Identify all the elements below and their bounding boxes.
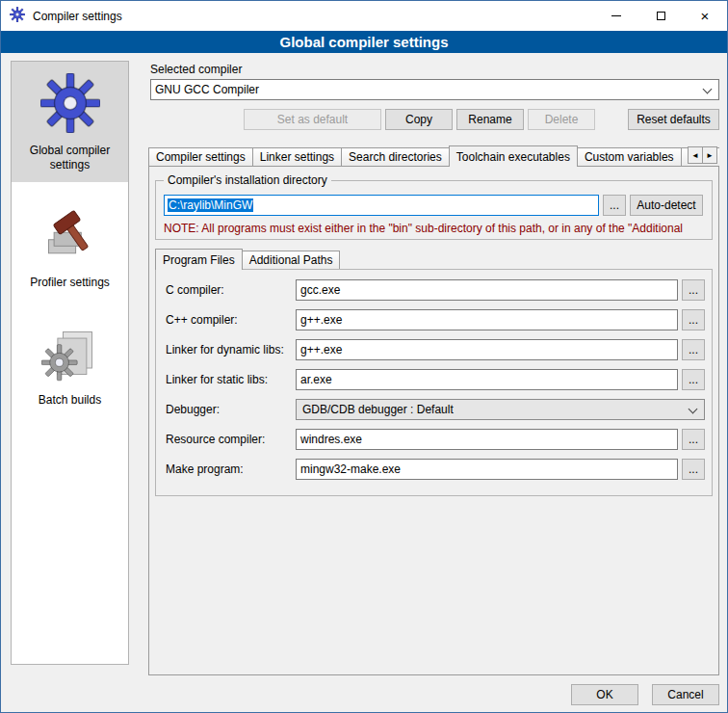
reset-defaults-button[interactable]: Reset defaults <box>628 109 719 130</box>
set-as-default-button: Set as default <box>244 109 381 130</box>
browse-button[interactable]: ... <box>682 429 705 450</box>
delete-button: Delete <box>528 109 595 130</box>
sidebar-item-profiler-settings[interactable]: Profiler settings <box>12 196 128 300</box>
tab-additional-paths[interactable]: Additional Paths <box>242 251 341 269</box>
tab-program-files[interactable]: Program Files <box>155 249 243 270</box>
selected-compiler-combobox[interactable]: GNU GCC Compiler <box>150 79 719 100</box>
tab-scroll-buttons: ◄ ► <box>689 146 717 164</box>
c-compiler-input[interactable]: gcc.exe <box>296 279 678 301</box>
field-row-make-program: Make program: mingw32-make.exe ... <box>166 459 705 480</box>
settings-tabbar: Compiler settings Linker settings Search… <box>148 145 719 167</box>
field-label: C compiler: <box>166 283 296 297</box>
field-label: Linker for dynamic libs: <box>166 343 296 356</box>
browse-button[interactable]: ... <box>682 309 705 330</box>
installation-directory-input[interactable]: C:\raylib\MinGW <box>164 195 599 216</box>
field-label: Linker for static libs: <box>166 373 296 386</box>
tab-linker-settings[interactable]: Linker settings <box>252 147 342 166</box>
copy-button[interactable]: Copy <box>385 109 453 130</box>
close-button[interactable]: × <box>683 1 727 31</box>
compiler-action-buttons: Set as default Copy Rename Delete Reset … <box>150 109 719 130</box>
cancel-button[interactable]: Cancel <box>652 684 719 705</box>
minimize-button[interactable] <box>594 1 638 31</box>
rename-button[interactable]: Rename <box>456 109 524 130</box>
minimize-icon <box>611 15 621 16</box>
chevron-down-icon <box>703 85 713 94</box>
cpp-compiler-input[interactable]: g++.exe <box>296 309 678 330</box>
field-row-c-compiler: C compiler: gcc.exe ... <box>166 279 705 301</box>
maximize-icon <box>657 12 665 20</box>
installation-directory-row: C:\raylib\MinGW ... Auto-detect <box>164 195 704 216</box>
installation-directory-value: C:\raylib\MinGW <box>168 198 253 212</box>
tab-toolchain-executables[interactable]: Toolchain executables <box>449 145 578 167</box>
installation-directory-group: Compiler's installation directory C:\ray… <box>155 180 713 240</box>
tab-custom-variables[interactable]: Custom variables <box>577 147 682 166</box>
field-row-debugger: Debugger: GDB/CDB debugger : Default <box>166 399 705 420</box>
tab-scroll-left-button[interactable]: ◄ <box>688 146 703 164</box>
sidebar-item-label: Global compiler settings <box>13 144 126 172</box>
field-row-resource-compiler: Resource compiler: windres.exe ... <box>166 429 705 450</box>
sidebar-item-global-compiler-settings[interactable]: Global compiler settings <box>12 62 128 182</box>
program-files-tabbar: Program Files Additional Paths <box>155 249 339 270</box>
profiler-tool-icon <box>41 207 99 268</box>
selected-compiler-value: GNU GCC Compiler <box>155 83 259 96</box>
program-files-panel: C compiler: gcc.exe ... C++ compiler: g+… <box>155 269 713 496</box>
debugger-combobox[interactable]: GDB/CDB debugger : Default <box>296 399 705 420</box>
resource-compiler-input[interactable]: windres.exe <box>296 429 678 450</box>
sidebar-item-label: Profiler settings <box>30 276 110 290</box>
window-title: Compiler settings <box>33 10 122 23</box>
chevron-down-icon <box>689 405 698 414</box>
titlebar: Compiler settings × <box>1 1 727 31</box>
auto-detect-button[interactable]: Auto-detect <box>630 195 703 216</box>
field-row-linker-dynamic: Linker for dynamic libs: g++.exe ... <box>166 339 705 360</box>
field-label: Debugger: <box>166 403 296 416</box>
caption-buttons: × <box>594 1 727 31</box>
browse-button[interactable]: ... <box>682 459 705 480</box>
note-text: NOTE: All programs must exist either in … <box>164 222 712 235</box>
linker-static-input[interactable]: ar.exe <box>296 369 678 390</box>
app-icon <box>10 7 25 25</box>
gray-gear-stack-icon <box>41 325 99 385</box>
field-label: Make program: <box>166 462 296 476</box>
browse-button[interactable]: ... <box>682 369 705 390</box>
sidebar-item-batch-builds[interactable]: Batch builds <box>12 313 128 417</box>
installation-directory-legend: Compiler's installation directory <box>164 173 331 187</box>
settings-category-list: Global compiler settings Profiler settin… <box>11 61 129 665</box>
field-row-cpp-compiler: C++ compiler: g++.exe ... <box>166 309 705 330</box>
tab-scroll-right-button[interactable]: ► <box>702 146 717 164</box>
field-row-linker-static: Linker for static libs: ar.exe ... <box>166 369 705 390</box>
page-title: Global compiler settings <box>1 31 727 53</box>
tab-compiler-settings[interactable]: Compiler settings <box>148 147 253 166</box>
blue-gear-icon <box>40 73 100 136</box>
browse-directory-button[interactable]: ... <box>603 195 626 216</box>
selected-compiler-label: Selected compiler <box>150 63 242 76</box>
browse-button[interactable]: ... <box>682 279 705 301</box>
compiler-settings-window: Compiler settings × Global compiler sett… <box>0 0 728 713</box>
ok-button[interactable]: OK <box>571 684 638 705</box>
linker-dynamic-input[interactable]: g++.exe <box>296 339 678 360</box>
field-label: C++ compiler: <box>166 313 296 327</box>
make-program-input[interactable]: mingw32-make.exe <box>296 459 678 480</box>
browse-button[interactable]: ... <box>682 339 705 360</box>
maximize-button[interactable] <box>638 1 683 31</box>
field-label: Resource compiler: <box>166 433 296 446</box>
debugger-value: GDB/CDB debugger : Default <box>302 403 454 416</box>
tab-search-directories[interactable]: Search directories <box>341 147 450 166</box>
sidebar-item-label: Batch builds <box>39 393 101 408</box>
